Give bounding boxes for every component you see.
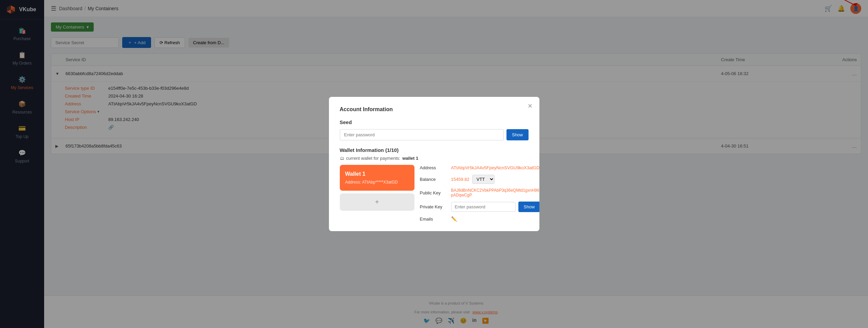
privkey-password-input[interactable]: [451, 202, 516, 212]
page-content: My Containers ▾ ＋ + Add ⟳ Refresh Create…: [44, 17, 868, 295]
wallet-subtitle: 🗂 current wallet for payments: wallet 1: [340, 156, 529, 161]
privkey-show-button[interactable]: Show: [518, 202, 539, 212]
wallet-icon: 🗂: [340, 156, 344, 161]
emails-info-label: Emails: [420, 217, 447, 222]
pubkey-info-value: BAJ8dBnNCKC2VbkPPAbP3q36eQMtd1gxnH96pADq…: [451, 188, 539, 197]
main-content: ☰ Dashboard / My Containers 🛒 🔔 👤: [44, 0, 868, 328]
private-key-row: Show: [451, 202, 539, 212]
balance-group: 15459.82 VTT USD: [451, 175, 495, 184]
privkey-info-label: Private Key: [420, 204, 447, 209]
privkey-info-row: Private Key Show: [420, 202, 539, 212]
seed-show-button[interactable]: Show: [506, 129, 529, 140]
address-info-row: Address ATtAbpVr5kJA4v5FpeyNcnSVGU9koX3a…: [420, 165, 539, 171]
emails-row: ✏️: [451, 216, 457, 222]
modal-close-button[interactable]: ✕: [528, 102, 533, 110]
wallet-card-title: Wallet 1: [345, 171, 409, 177]
pubkey-info-label: Public Key: [420, 190, 447, 195]
seed-password-row: Show: [340, 129, 529, 140]
address-info-label: Address: [420, 165, 447, 170]
address-info-value: ATtAbpVr5kJA4v5FpeyNcnSVGU9koX3atGD: [451, 165, 539, 170]
modal-title: Account Information: [340, 106, 529, 113]
wallet-add-button[interactable]: +: [340, 193, 414, 211]
wallet-name: wallet 1: [402, 156, 418, 161]
wallet-card-active[interactable]: Wallet 1 Address: ATtAbp*****X3atGD: [340, 165, 414, 191]
wallet-section-title: Wallet Information (1/10): [340, 147, 529, 153]
wallet-subtitle-prefix: current wallet for payments:: [346, 156, 401, 161]
account-information-modal: Account Information ✕ Seed Show Wallet I…: [329, 97, 539, 231]
wallet-card-address: Address: ATtAbp*****X3atGD: [345, 180, 409, 185]
modal-overlay[interactable]: Account Information ✕ Seed Show Wallet I…: [44, 17, 868, 295]
pubkey-info-row: Public Key BAJ8dBnNCKC2VbkPPAbP3q36eQMtd…: [420, 188, 539, 197]
balance-value: 15459.82: [451, 177, 469, 182]
wallet-layout: Wallet 1 Address: ATtAbp*****X3atGD + Ad…: [340, 165, 529, 222]
seed-section-title: Seed: [340, 119, 529, 125]
balance-info-row: Balance 15459.82 VTT USD: [420, 175, 539, 184]
wallet-info: Address ATtAbpVr5kJA4v5FpeyNcnSVGU9koX3a…: [420, 165, 539, 222]
emails-edit-icon[interactable]: ✏️: [451, 216, 457, 222]
balance-info-label: Balance: [420, 177, 447, 182]
seed-password-input[interactable]: [340, 129, 504, 140]
balance-currency-select[interactable]: VTT USD: [472, 175, 495, 184]
emails-info-row: Emails ✏️: [420, 216, 539, 222]
wallet-cards: Wallet 1 Address: ATtAbp*****X3atGD +: [340, 165, 414, 222]
